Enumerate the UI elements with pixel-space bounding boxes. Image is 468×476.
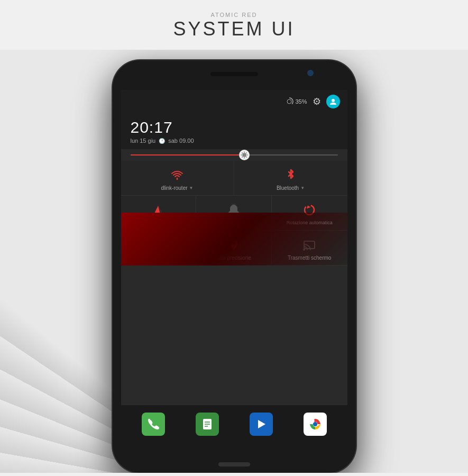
svg-point-1: [287, 99, 291, 104]
scene-container: 35% ⚙ 20:17 lun 15 giu 🕐: [0, 50, 468, 473]
date-text: lun 15 giu: [131, 138, 156, 144]
wifi-label: dlink-router ▼: [161, 185, 194, 191]
wifi-icon: [169, 167, 185, 183]
phone-screen: 35% ⚙ 20:17 lun 15 giu 🕐: [121, 90, 347, 443]
svg-line-11: [242, 157, 243, 157]
nav-bar: [121, 405, 347, 443]
wifi-toggle[interactable]: dlink-router ▼: [121, 161, 234, 195]
nav-play-icon[interactable]: [250, 413, 273, 436]
bluetooth-toggle[interactable]: Bluetooth ▼: [234, 161, 347, 195]
bluetooth-label: Bluetooth ▼: [277, 185, 305, 191]
bluetooth-label-text: Bluetooth: [277, 185, 299, 191]
svg-marker-32: [258, 420, 265, 428]
time-row: 20:17 lun 15 giu 🕐 sab 09.00: [121, 113, 347, 149]
app-header: ATOMIC RED SYSTEM UI: [0, 0, 468, 50]
header-subtitle: ATOMIC RED: [0, 12, 468, 18]
alarm-time: sab 09.00: [168, 138, 194, 144]
alarm-icon: 🕐: [159, 138, 165, 144]
home-accent: [121, 213, 347, 266]
user-icon: [329, 97, 337, 106]
brightness-row[interactable]: [121, 149, 347, 161]
bluetooth-dropdown-arrow: ▼: [300, 186, 305, 190]
phone-speaker: [210, 72, 258, 76]
date-display: lun 15 giu 🕐 sab 09.00: [131, 138, 338, 144]
svg-point-2: [332, 99, 335, 102]
svg-marker-17: [306, 205, 310, 208]
brightness-fill: [131, 154, 245, 155]
phone-device: 35% ⚙ 20:17 lun 15 giu 🕐: [113, 60, 356, 473]
svg-point-3: [243, 153, 246, 157]
svg-line-10: [246, 153, 246, 153]
svg-point-34: [313, 422, 317, 426]
battery-percent: 35%: [295, 98, 307, 105]
nav-phone-icon[interactable]: [142, 413, 165, 436]
status-bar: 35% ⚙: [121, 90, 347, 113]
clock-display: 20:17: [131, 118, 338, 136]
svg-line-9: [246, 157, 246, 157]
play-icon: [255, 418, 267, 430]
wifi-svg: [170, 168, 185, 182]
phone-camera: [307, 70, 314, 76]
brightness-thumb-icon: [241, 151, 248, 159]
chrome-icon: [309, 418, 321, 430]
phone-icon: [148, 418, 159, 430]
svg-point-0: [286, 98, 293, 105]
brightness-thumb[interactable]: [239, 150, 250, 160]
bluetooth-svg: [283, 168, 298, 182]
settings-icon[interactable]: ⚙: [313, 96, 321, 107]
battery-icon: [285, 97, 293, 106]
user-avatar[interactable]: [326, 95, 340, 108]
battery-indicator: 35%: [285, 97, 307, 106]
nav-docs-icon[interactable]: [196, 413, 219, 436]
brightness-slider[interactable]: [131, 154, 338, 155]
toggle-row-1: dlink-router ▼ Bluetooth ▼: [121, 161, 347, 196]
bluetooth-icon: [283, 167, 299, 183]
nav-chrome-icon[interactable]: [304, 413, 327, 436]
wifi-dropdown-arrow: ▼: [189, 186, 194, 190]
header-title: SYSTEM UI: [0, 18, 468, 40]
wifi-label-text: dlink-router: [161, 185, 188, 191]
svg-line-8: [242, 153, 243, 153]
phone-home-button[interactable]: [218, 462, 250, 466]
docs-icon: [201, 418, 213, 430]
